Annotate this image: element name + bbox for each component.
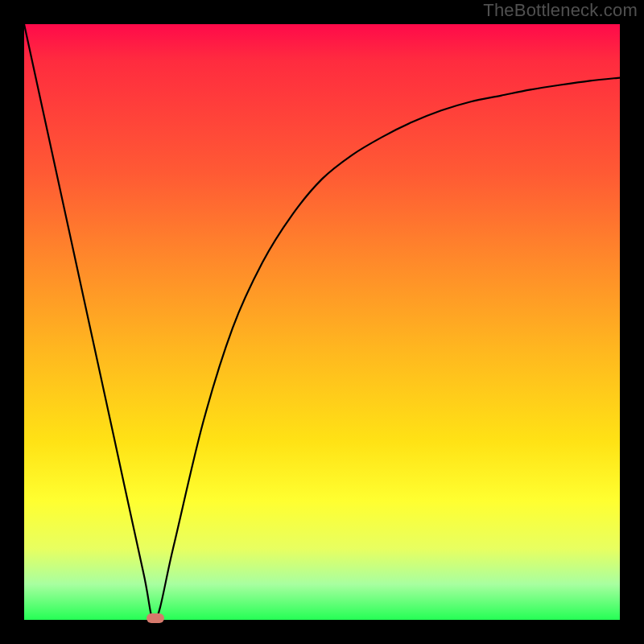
plot-gradient-background <box>24 24 620 620</box>
minimum-marker <box>147 613 164 623</box>
watermark-text: TheBottleneck.com <box>483 0 638 21</box>
chart-frame: TheBottleneck.com <box>0 0 644 644</box>
